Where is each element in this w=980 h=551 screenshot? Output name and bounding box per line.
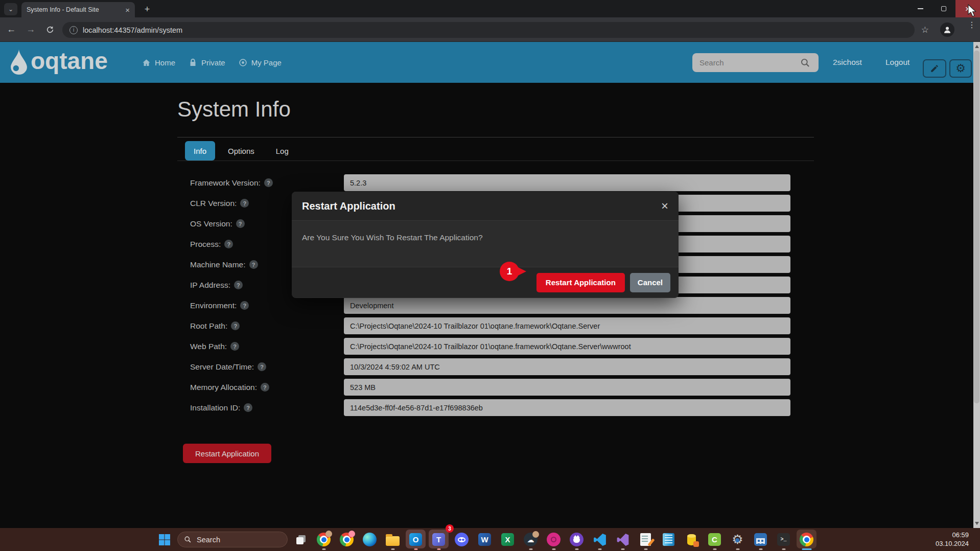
start-button[interactable] [156, 532, 173, 547]
nav-item-my-page[interactable]: My Page [239, 58, 282, 67]
tab-list-chevron-icon[interactable]: ⌄ [4, 3, 17, 15]
modal-header: Restart Application × [292, 192, 679, 221]
taskbar-app-word[interactable]: W [473, 528, 496, 551]
running-indicator [414, 548, 417, 550]
username-link[interactable]: 2sichost [833, 42, 862, 83]
nav-item-home[interactable]: Home [142, 58, 175, 67]
help-icon[interactable]: ? [236, 219, 245, 228]
taskbar-app-excel[interactable]: X [496, 528, 519, 551]
page-scrollbar[interactable] [973, 42, 980, 528]
help-icon[interactable]: ? [230, 342, 239, 351]
report-document-icon [640, 533, 651, 546]
help-icon[interactable]: ? [231, 322, 240, 330]
restart-application-button[interactable]: Restart Application [183, 444, 271, 463]
search-icon [184, 536, 192, 543]
url-bar[interactable]: i localhost:44357/admin/system [62, 22, 915, 38]
scrollbar-thumb[interactable] [974, 51, 979, 403]
taskbar-app-outlook[interactable]: O [404, 528, 427, 551]
back-button[interactable]: ← [3, 21, 19, 38]
field-input[interactable]: 5.2.3 [344, 174, 790, 191]
tab-options[interactable]: Options [219, 147, 263, 155]
edit-mode-button[interactable] [923, 59, 946, 78]
nav-label: Home [155, 58, 175, 67]
page-viewport: oqtane Home Private My Page 2sichost [0, 42, 980, 528]
bookmark-star-icon[interactable]: ☆ [921, 25, 929, 35]
help-icon[interactable]: ? [240, 301, 249, 310]
restart-application-modal: Restart Application × Are You Sure You W… [292, 192, 679, 298]
word-icon: W [478, 533, 491, 546]
tab-log[interactable]: Log [267, 147, 297, 155]
help-icon[interactable]: ? [264, 178, 273, 187]
task-view-button[interactable] [289, 528, 312, 551]
running-indicator [575, 548, 578, 550]
help-icon[interactable]: ? [249, 260, 258, 269]
taskbar-app-camtasia[interactable]: C [703, 528, 726, 551]
browser-profile-avatar[interactable] [940, 22, 954, 37]
browser-menu-icon[interactable]: ⋮ [968, 22, 973, 27]
taskbar-app-chrome[interactable] [312, 528, 335, 551]
profile-avatar [325, 531, 332, 537]
field-input[interactable]: Development [344, 297, 790, 314]
scroll-up-icon[interactable] [975, 45, 979, 48]
taskbar-app-sql-server[interactable] [657, 528, 680, 551]
taskbar-search-box[interactable]: Search [177, 532, 288, 547]
help-icon[interactable]: ? [244, 403, 252, 412]
outlook-icon: O [409, 533, 422, 546]
nav-item-private[interactable]: Private [189, 58, 225, 67]
logout-link[interactable]: Logout [885, 42, 909, 83]
taskbar-app-visual-studio[interactable] [611, 528, 634, 551]
target-icon [239, 58, 247, 67]
taskbar-app-cloud[interactable]: ☁ [519, 528, 542, 551]
field-input[interactable]: 10/3/2024 4:59:02 AM UTC [344, 358, 790, 375]
taskbar-app-calculator[interactable] [749, 528, 772, 551]
taskbar-app-vscode[interactable] [588, 528, 611, 551]
pink-app-icon [547, 533, 561, 546]
help-icon[interactable]: ? [234, 281, 243, 289]
search-icon[interactable] [800, 58, 810, 68]
taskbar-app-report[interactable] [634, 528, 657, 551]
field-input[interactable]: 114e5d3e-ff0f-4e56-87d1-e17f698836eb [344, 399, 790, 416]
taskbar-app-teams[interactable]: T 3 [427, 528, 450, 551]
field-input[interactable]: C:\Projects\Oqtane\2024-10 Trailblazor 0… [344, 317, 790, 334]
minimize-button[interactable] [908, 0, 932, 17]
taskbar-clock[interactable]: 06:59 03.10.2024 [936, 531, 969, 548]
help-icon[interactable]: ? [224, 240, 233, 248]
maximize-button[interactable] [932, 0, 955, 17]
taskbar-app-settings[interactable]: ⚙ [726, 528, 749, 551]
reload-button[interactable] [42, 21, 58, 38]
calculator-icon [754, 533, 767, 546]
site-search-input[interactable] [692, 53, 819, 72]
tab-close-icon[interactable]: × [125, 6, 130, 14]
field-input[interactable]: 523 MB [344, 379, 790, 396]
help-icon[interactable]: ? [258, 362, 266, 371]
browser-tab[interactable]: System Info - Default Site × [21, 2, 135, 17]
field-input[interactable]: C:\Projects\Oqtane\2024-10 Trailblazor 0… [344, 338, 790, 355]
site-info-icon[interactable]: i [69, 26, 78, 34]
taskbar-app-chrome-2[interactable] [335, 528, 358, 551]
taskbar-app-pink[interactable] [542, 528, 565, 551]
new-tab-button[interactable]: + [141, 3, 153, 15]
tab-info[interactable]: Info [185, 141, 215, 160]
taskbar-app-chrome-active[interactable] [795, 528, 818, 551]
forward-button[interactable]: → [22, 21, 39, 38]
gear-icon: ⚙ [955, 63, 966, 74]
running-indicator [529, 548, 532, 550]
taskbar-app-database-tool[interactable] [680, 528, 703, 551]
taskbar-app-terminal[interactable]: >_ [772, 528, 795, 551]
taskbar-app-discord[interactable] [450, 528, 473, 551]
help-icon[interactable]: ? [240, 199, 249, 208]
modal-confirm-restart-button[interactable]: Restart Application [536, 273, 625, 292]
taskbar-app-file-explorer[interactable] [381, 528, 404, 551]
scroll-down-icon[interactable] [975, 522, 979, 525]
modal-close-icon[interactable]: × [661, 200, 668, 212]
chrome-icon [800, 533, 813, 546]
modal-body: Are You Sure You Wish To Restart The App… [292, 221, 679, 267]
modal-cancel-button[interactable]: Cancel [630, 273, 670, 292]
running-indicator [644, 548, 647, 550]
help-icon[interactable]: ? [261, 383, 269, 392]
oqtane-logo[interactable]: oqtane [9, 49, 108, 75]
camtasia-icon: C [708, 533, 721, 546]
taskbar-app-github[interactable] [565, 528, 588, 551]
site-settings-button[interactable]: ⚙ [949, 59, 972, 78]
taskbar-app-edge[interactable] [358, 528, 381, 551]
